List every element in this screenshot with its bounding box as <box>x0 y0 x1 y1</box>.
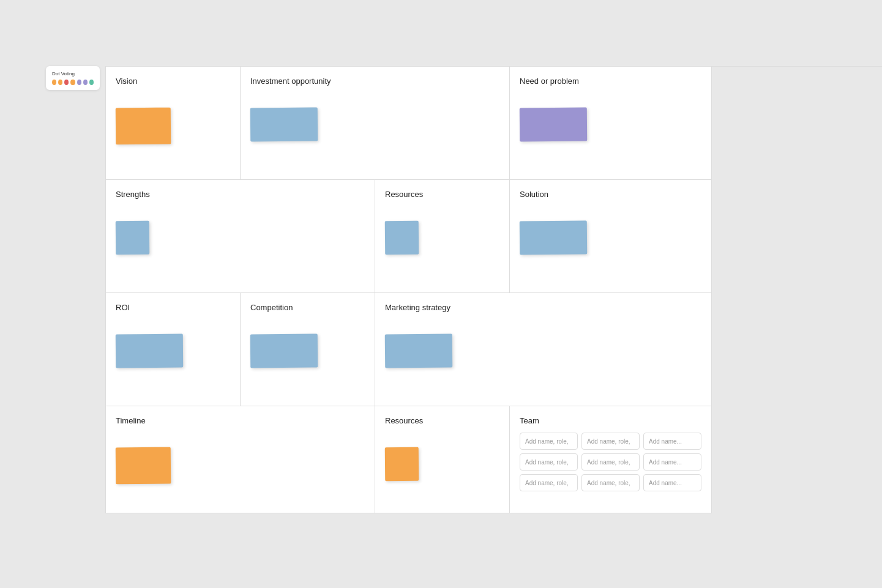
cell-need: Need or problem <box>510 67 712 180</box>
cell-solution: Solution <box>510 180 712 293</box>
cell-resources: Resources <box>375 180 510 293</box>
sticky-strengths[interactable] <box>116 221 149 255</box>
team-input-7[interactable]: Add name, role, <box>520 474 578 491</box>
dot-4[interactable] <box>70 80 75 85</box>
sticky-solution[interactable] <box>520 221 587 255</box>
solution-notes <box>520 221 701 255</box>
team-input-1[interactable]: Add name, role, <box>520 433 578 450</box>
cell-resources-title: Resources <box>385 190 499 199</box>
cell-solution-title: Solution <box>520 190 701 199</box>
resources-notes <box>385 221 499 255</box>
team-input-6[interactable]: Add name... <box>643 453 701 471</box>
cell-strengths-title: Strengths <box>116 190 365 199</box>
sticky-vision[interactable] <box>116 108 171 145</box>
dot-voting-title: Dot Voting <box>52 71 94 76</box>
cell-team-title: Team <box>520 416 701 425</box>
sticky-competition[interactable] <box>250 334 318 368</box>
investment-notes <box>250 108 499 141</box>
dot-2[interactable] <box>58 80 62 85</box>
marketing-notes <box>385 334 701 368</box>
sticky-investment[interactable] <box>250 108 318 142</box>
competition-notes <box>250 334 365 368</box>
need-notes <box>520 108 701 141</box>
roi-notes <box>116 334 230 368</box>
cell-competition-title: Competition <box>250 303 365 312</box>
team-input-2[interactable]: Add name, role, <box>581 433 640 450</box>
vision-notes <box>116 108 230 144</box>
team-input-8[interactable]: Add name, role, <box>581 474 640 491</box>
cell-roi-title: ROI <box>116 303 230 312</box>
cell-strengths: Strengths <box>106 180 375 293</box>
resources2-notes <box>385 447 499 481</box>
dot-6[interactable] <box>83 80 88 85</box>
cell-vision: Vision <box>106 67 241 180</box>
dot-3[interactable] <box>64 80 69 85</box>
strengths-notes <box>116 221 365 255</box>
team-input-4[interactable]: Add name, role, <box>520 453 578 471</box>
sticky-roi[interactable] <box>116 334 183 368</box>
sticky-resources[interactable] <box>385 221 419 255</box>
timeline-notes <box>116 447 365 484</box>
dot-7[interactable] <box>89 80 94 85</box>
cell-timeline: Timeline <box>106 406 375 513</box>
dot-5[interactable] <box>77 80 81 85</box>
cell-timeline-title: Timeline <box>116 416 365 425</box>
dot-voting-widget: Dot Voting <box>46 66 100 90</box>
dot-voting-dots <box>52 80 94 85</box>
sticky-timeline[interactable] <box>116 447 171 485</box>
cell-vision-title: Vision <box>116 76 230 86</box>
sticky-marketing[interactable] <box>385 334 452 368</box>
cell-marketing: Marketing strategy <box>375 293 712 406</box>
team-input-3[interactable]: Add name... <box>643 433 701 450</box>
board-grid: Vision Investment opportunity Need or pr… <box>105 66 882 513</box>
cell-need-title: Need or problem <box>520 76 701 86</box>
cell-roi: ROI <box>106 293 241 406</box>
cell-investment: Investment opportunity <box>241 67 510 180</box>
cell-investment-title: Investment opportunity <box>250 76 499 86</box>
cell-resources2: Resources <box>375 406 510 513</box>
cell-competition: Competition <box>241 293 375 406</box>
cell-resources2-title: Resources <box>385 416 499 425</box>
team-input-9[interactable]: Add name... <box>643 474 701 491</box>
canvas: Dot Voting Vision Investment opportunity <box>0 0 882 588</box>
sticky-need[interactable] <box>520 108 587 142</box>
cell-marketing-title: Marketing strategy <box>385 303 701 312</box>
sticky-resources2[interactable] <box>385 447 419 481</box>
team-inputs: Add name, role, Add name, role, Add name… <box>520 433 701 491</box>
dot-1[interactable] <box>52 80 56 85</box>
team-input-5[interactable]: Add name, role, <box>581 453 640 471</box>
cell-team: Team Add name, role, Add name, role, Add… <box>510 406 712 513</box>
